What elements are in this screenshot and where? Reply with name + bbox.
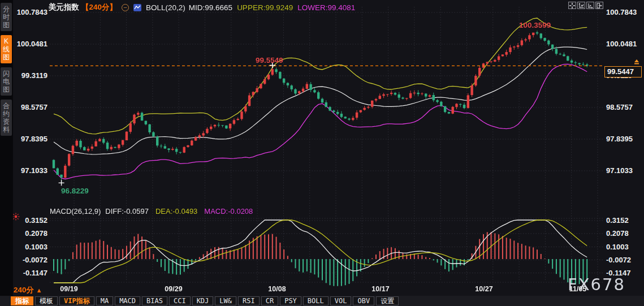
boll-lower-value: LOWER:99.4081 bbox=[297, 3, 355, 12]
toolbar-button-15[interactable]: 设置 bbox=[376, 296, 399, 305]
date-label-1: 09/29 bbox=[155, 285, 192, 293]
toolbar-button-0[interactable]: 指标 bbox=[11, 296, 33, 305]
sidebar-tab-3[interactable]: 合约资料 bbox=[1, 100, 12, 136]
sidebar-tab-0[interactable]: 分时图 bbox=[1, 3, 12, 31]
macd-label-right-1: 0.2078 bbox=[606, 229, 642, 238]
macd-label-left-1: 0.2078 bbox=[15, 229, 47, 238]
toolbar-button-13[interactable]: VOL bbox=[330, 296, 352, 305]
x-axis-scale-icon[interactable] bbox=[586, 2, 594, 9]
price-chart-canvas[interactable] bbox=[50, 0, 604, 295]
toolbar-button-4[interactable]: MACD bbox=[115, 296, 140, 305]
price-label-left-3: 98.5757 bbox=[15, 103, 47, 111]
price-label-left-4: 97.8395 bbox=[15, 135, 47, 143]
price-label-left-5: 97.1033 bbox=[15, 166, 47, 175]
boll-indicator-label: BOLL(20,2) bbox=[146, 3, 185, 12]
price-label-right-0: 100.7843 bbox=[606, 8, 642, 16]
toolbar-button-6[interactable]: CCI bbox=[169, 296, 191, 305]
sidebar: 分时图K线图闪电图合约资料 bbox=[0, 0, 13, 306]
sidebar-tab-1[interactable]: K线图 bbox=[1, 35, 12, 63]
toolbar-button-9[interactable]: RSI bbox=[238, 296, 260, 305]
date-label-0: 09/19 bbox=[51, 285, 87, 293]
low-annotation-96-8229: 96.8229 bbox=[61, 187, 89, 195]
toolbar-button-2[interactable]: VIP指标 bbox=[59, 296, 94, 305]
price-label-right-1: 100.0481 bbox=[606, 40, 642, 48]
toolbar-button-8[interactable]: LW& bbox=[215, 296, 236, 305]
boll-mid-value: MID:99.6665 bbox=[189, 3, 232, 12]
toolbar-button-1[interactable]: 模板 bbox=[35, 296, 58, 305]
price-label-left-1: 100.0481 bbox=[15, 40, 47, 48]
macd-diff-value: DIFF:-0.0597 bbox=[105, 207, 149, 216]
toolbar-button-3[interactable]: MA bbox=[96, 296, 113, 305]
price-label-right-3: 98.5757 bbox=[606, 103, 642, 111]
period-text: 240分 bbox=[14, 286, 34, 294]
macd-label-right-2: 0.1003 bbox=[606, 243, 642, 251]
price-label-right-4: 97.8395 bbox=[606, 135, 642, 143]
toolbar-button-12[interactable]: BOLL bbox=[303, 296, 329, 305]
period-selector[interactable]: 240分 ▲ bbox=[14, 285, 42, 295]
top-tool-icons bbox=[568, 2, 603, 9]
trading-app: 分时图K线图闪电图合约资料 美元指数 【240分】 − BOLL(20,2) M… bbox=[0, 0, 644, 306]
price-label-left-2: 99.3119 bbox=[15, 71, 47, 80]
y-axis-scale-icon[interactable] bbox=[577, 2, 585, 9]
toolbar-button-10[interactable]: CR bbox=[261, 296, 278, 305]
high-annotation-100-3599: 100.3599 bbox=[519, 21, 551, 29]
toolbar-button-14[interactable]: OBV bbox=[353, 296, 374, 305]
mini-chart-icon[interactable] bbox=[133, 4, 141, 11]
boll-upper-value: UPPER:99.9249 bbox=[237, 3, 293, 12]
period-up-triangle-icon: ▲ bbox=[36, 287, 42, 294]
toolbar-button-5[interactable]: BIAS bbox=[142, 296, 167, 305]
macd-label-left-4: -0.1147 bbox=[15, 269, 47, 277]
macd-header: MACD(26,12,9) DIFF:-0.0597 DEA:-0.0493 M… bbox=[50, 207, 253, 216]
macd-macd-value: MACD:-0.0208 bbox=[204, 207, 253, 216]
macd-dea-value: DEA:-0.0493 bbox=[155, 207, 197, 216]
watermark-logo: FX678 bbox=[568, 275, 625, 294]
macd-label-right-0: 0.3152 bbox=[606, 216, 642, 225]
alert-burst-icon[interactable] bbox=[12, 213, 20, 223]
date-label-2: 10/08 bbox=[259, 285, 295, 293]
crosshair-icon[interactable] bbox=[568, 2, 576, 9]
date-label-4: 10/27 bbox=[466, 285, 502, 293]
minus-circle-icon[interactable]: − bbox=[122, 4, 129, 11]
price-label-left-0: 100.7843 bbox=[15, 8, 47, 16]
macd-indicator-label: MACD(26,12,9) bbox=[50, 207, 101, 216]
chart-header: 美元指数 【240分】 − BOLL(20,2) MID:99.6665 UPP… bbox=[49, 2, 355, 12]
date-label-3: 10/17 bbox=[362, 285, 399, 293]
price-label-right-5: 97.1033 bbox=[606, 166, 642, 175]
macd-label-right-3: -0.0072 bbox=[606, 256, 642, 264]
sidebar-tab-2[interactable]: 闪电图 bbox=[1, 67, 12, 96]
toolbar-button-11[interactable]: PSY bbox=[280, 296, 301, 305]
high-annotation-99-5549: 99.5549 bbox=[256, 56, 283, 64]
period-badge: 【240分】 bbox=[81, 2, 117, 12]
toolbar-button-7[interactable]: KDJ bbox=[192, 296, 214, 305]
price-tag-marker-icon bbox=[633, 58, 641, 68]
macd-label-left-3: -0.0072 bbox=[15, 256, 47, 264]
macd-label-left-2: 0.1003 bbox=[15, 243, 47, 251]
symbol-name: 美元指数 bbox=[49, 2, 79, 12]
pan-exit-icon[interactable] bbox=[595, 2, 603, 9]
bottom-toolbar: 指标模板VIP指标MAMACDBIASCCIKDJLW&RSICRPSYBOLL… bbox=[0, 296, 644, 306]
